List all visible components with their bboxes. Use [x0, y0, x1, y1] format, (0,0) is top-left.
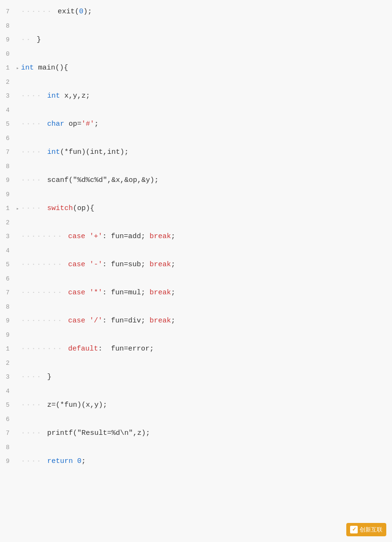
code-line: 6: [0, 272, 392, 286]
code-content: ···· printf("Result=%d\n",z);: [21, 427, 392, 440]
code-segment: : fun=mul;: [102, 289, 150, 297]
code-segment: );: [83, 8, 92, 16]
code-segment: : fun=sub;: [102, 261, 150, 269]
code-content: ···· scanf("%d%c%d",&x,&op,&y);: [21, 174, 392, 187]
code-line: 9: [0, 188, 392, 202]
code-content: [21, 301, 392, 313]
indent-dots: ········: [21, 317, 68, 325]
line-number: 4: [0, 386, 14, 397]
code-segment: break: [150, 232, 171, 241]
code-segment: '#': [81, 120, 94, 128]
watermark-icon: ✓: [350, 526, 358, 533]
line-number: 9: [0, 175, 14, 186]
code-content: ···· int(*fun)(int,int);: [21, 146, 392, 159]
code-line: 9···· scanf("%d%c%d",&x,&op,&y);: [0, 173, 392, 188]
code-line: 7···· printf("Result=%d\n",z);: [0, 426, 392, 441]
line-number: 3: [0, 231, 14, 242]
code-content: [21, 20, 392, 32]
code-line: 1▸int main(){: [0, 61, 392, 75]
code-segment: break: [150, 289, 171, 297]
indent-dots: ········: [21, 232, 68, 241]
code-line: 9········ case '/': fun=div; break;: [0, 314, 392, 328]
code-segment: [73, 457, 77, 465]
code-segment: ;: [171, 261, 175, 269]
line-number: 8: [0, 161, 14, 172]
collapse-arrow[interactable]: ▸: [14, 64, 21, 72]
code-segment: printf("Result=%d\n",z);: [47, 429, 150, 437]
code-line: 8: [0, 441, 392, 455]
code-line: 2: [0, 216, 392, 230]
line-number: 8: [0, 21, 14, 31]
code-line: 8: [0, 300, 392, 314]
line-number: 7: [0, 288, 14, 298]
code-segment: [85, 261, 90, 269]
code-line: 9: [0, 328, 392, 342]
code-line: 3········ case '+': fun=add; break;: [0, 230, 392, 244]
code-line: 6: [0, 131, 392, 146]
code-segment: main(){: [34, 64, 68, 72]
line-number: 3: [0, 372, 14, 382]
code-segment: case: [68, 289, 85, 297]
collapse-arrow[interactable]: ▸: [14, 205, 21, 213]
code-segment: x,y,z;: [60, 92, 90, 100]
code-content: ·· }: [21, 34, 392, 46]
code-segment: [85, 317, 90, 325]
line-number: 1: [0, 344, 14, 354]
code-segment: int: [47, 92, 60, 100]
code-line: 5········ case '-': fun=sub; break;: [0, 258, 392, 272]
code-segment: ;: [81, 457, 86, 465]
code-segment: case: [68, 232, 85, 241]
code-segment: '/': [90, 317, 102, 325]
code-segment: return: [47, 457, 73, 465]
code-segment: char: [47, 120, 64, 128]
code-content: ········ case '/': fun=div; break;: [21, 315, 392, 327]
code-segment: '+': [90, 232, 102, 241]
line-number: 0: [0, 49, 14, 60]
code-segment: z=(*fun)(x,y);: [47, 401, 107, 409]
code-content: ········ case '+': fun=add; break;: [21, 231, 392, 243]
code-line: 7······ exit(0);: [0, 5, 392, 19]
indent-dots: ····: [21, 457, 47, 465]
line-number: 2: [0, 358, 14, 369]
code-content: [21, 217, 392, 229]
code-line: 1▸···· switch(op){: [0, 201, 392, 216]
line-number: 9: [0, 330, 14, 341]
indent-dots: ····: [21, 176, 47, 184]
code-segment: ;: [171, 289, 175, 297]
line-number: 1: [0, 203, 14, 214]
code-segment: ;: [171, 232, 175, 241]
code-line: 4: [0, 103, 392, 118]
code-line: 3···· int x,y,z;: [0, 89, 392, 103]
line-number: 7: [0, 147, 14, 158]
indent-dots: ········: [21, 345, 68, 353]
code-segment: break: [150, 317, 171, 325]
code-segment: case: [68, 317, 85, 325]
code-segment: default: [68, 345, 98, 353]
line-number: 5: [0, 260, 14, 270]
indent-dots: ······: [21, 8, 58, 16]
code-content: ···· z=(*fun)(x,y);: [21, 399, 392, 412]
line-number: 2: [0, 77, 14, 88]
code-segment: ;: [94, 120, 99, 128]
code-segment: break: [150, 261, 171, 269]
code-segment: switch: [47, 204, 73, 212]
line-number: 6: [0, 414, 14, 425]
code-segment: ;: [171, 317, 175, 325]
code-content: [21, 48, 392, 60]
indent-dots: ····: [21, 92, 47, 100]
indent-dots: ····: [21, 373, 47, 381]
line-number: 4: [0, 105, 14, 116]
code-segment: : fun=div;: [102, 317, 150, 325]
code-line: 5···· z=(*fun)(x,y);: [0, 398, 392, 412]
code-content: [21, 132, 392, 145]
line-number: 7: [0, 7, 14, 17]
code-content: ······ exit(0);: [21, 6, 392, 18]
code-container: 7······ exit(0);8 9·· }0 1▸int main(){2 …: [0, 0, 392, 473]
indent-dots: ········: [21, 289, 68, 297]
line-number: 9: [0, 316, 14, 326]
code-segment: '-': [90, 261, 102, 269]
line-number: 1: [0, 63, 14, 73]
code-line: 9···· return 0;: [0, 454, 392, 469]
code-line: 5···· char op='#';: [0, 117, 392, 131]
code-segment: 0: [79, 8, 83, 16]
